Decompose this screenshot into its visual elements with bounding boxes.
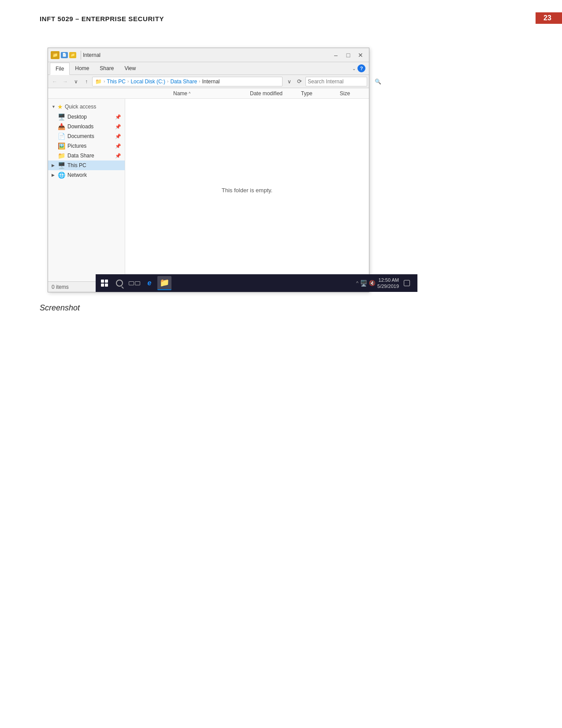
- battery-icon: 🔇: [369, 280, 376, 286]
- ribbon-collapse-icon[interactable]: ⌄: [352, 66, 356, 71]
- path-separator-2: ›: [127, 79, 129, 84]
- tab-share[interactable]: Share: [94, 62, 119, 75]
- sort-arrow: ^: [189, 91, 190, 96]
- title-bar: 📁 📄 📁 Internal – □ ✕: [48, 48, 369, 62]
- help-button[interactable]: ?: [357, 64, 365, 72]
- downloads-icon: 📥: [58, 123, 65, 130]
- quick-access-label: Quick access: [65, 104, 96, 110]
- taskbar-search-button[interactable]: [112, 276, 127, 290]
- search-box[interactable]: 🔍: [305, 77, 367, 86]
- path-localdisk[interactable]: Local Disk (C:): [130, 78, 165, 85]
- clock-date: 5/29/2019: [377, 283, 399, 289]
- explorer-window: 📁 📄 📁 Internal – □ ✕ File Home: [48, 48, 369, 292]
- start-button[interactable]: [97, 276, 112, 290]
- file-area: This folder is empty.: [125, 99, 369, 281]
- path-separator-4: ›: [199, 79, 200, 84]
- taskbar-ie-button[interactable]: e: [142, 276, 156, 290]
- notification-icon: [404, 280, 410, 286]
- ribbon: File Home Share View ⌄ ?: [48, 62, 369, 75]
- sidebar-item-datashare[interactable]: 📁 Data Share 📌: [48, 151, 125, 161]
- col-header-size[interactable]: Size: [336, 88, 369, 98]
- sidebar-item-downloads[interactable]: 📥 Downloads 📌: [48, 122, 125, 131]
- taskbar: e 📁 ^ 🖥️ 🔇 12:50 AM 5/29/2019: [96, 274, 417, 292]
- explorer-icon: 📁: [160, 278, 169, 287]
- taskbar-explorer-button[interactable]: 📁: [157, 276, 171, 290]
- thispc-icon: 🖥️: [58, 162, 65, 169]
- downloads-label: Downloads: [67, 123, 93, 130]
- refresh-button[interactable]: ⟳: [295, 77, 304, 86]
- tray-caret[interactable]: ^: [356, 280, 358, 286]
- path-internal: Internal: [202, 78, 220, 85]
- path-datashare[interactable]: Data Share: [170, 78, 197, 85]
- dropdown-button[interactable]: ∨: [71, 77, 81, 86]
- ie-icon: e: [148, 279, 152, 287]
- notification-button[interactable]: [401, 276, 413, 290]
- address-path[interactable]: 📁 › This PC › Local Disk (C:) › Data Sha…: [92, 77, 283, 86]
- network-tray-icon: 🖥️: [360, 280, 367, 287]
- clock-time: 12:50 AM: [377, 277, 399, 283]
- network-icon: 🌐: [58, 172, 65, 179]
- taskview-icon: [129, 281, 140, 285]
- forward-button[interactable]: →: [60, 77, 70, 86]
- quick-access-star-icon: ★: [57, 103, 63, 110]
- close-button[interactable]: ✕: [355, 50, 366, 60]
- taskbar-search-icon: [116, 280, 123, 287]
- page-title: INFT 5029 – ENTERPRISE SECURITY: [40, 15, 164, 22]
- quick-access-arrow: ▼: [52, 105, 56, 109]
- content-area: ▼ ★ Quick access 🖥️ Desktop 📌 📥 Download…: [48, 99, 369, 281]
- sidebar-item-thispc[interactable]: ▶ 🖥️ This PC: [48, 161, 125, 170]
- pictures-pin-icon: 📌: [115, 143, 121, 149]
- sidebar-item-desktop[interactable]: 🖥️ Desktop 📌: [48, 112, 125, 122]
- sidebar: ▼ ★ Quick access 🖥️ Desktop 📌 📥 Download…: [48, 99, 125, 281]
- search-input[interactable]: [308, 78, 374, 85]
- col-header-name[interactable]: Name ^: [171, 88, 246, 98]
- address-bar: ← → ∨ ↑ 📁 › This PC › Local Disk (C:) › …: [48, 75, 369, 88]
- thispc-label: This PC: [67, 162, 86, 168]
- screenshot-label: Screenshot: [40, 303, 80, 313]
- documents-pin-icon: 📌: [115, 134, 121, 139]
- pictures-icon: 🖼️: [58, 142, 65, 149]
- sidebar-item-network[interactable]: ▶ 🌐 Network: [48, 170, 125, 180]
- page-number-badge: 23: [536, 12, 562, 24]
- documents-icon: 📄: [58, 133, 65, 140]
- desktop-icon: 🖥️: [58, 113, 65, 120]
- minimize-button[interactable]: –: [330, 50, 342, 60]
- search-icon[interactable]: 🔍: [375, 78, 381, 85]
- path-thispc[interactable]: This PC: [107, 78, 126, 85]
- datashare-label: Data Share: [67, 153, 94, 159]
- col-header-date[interactable]: Date modified: [246, 88, 298, 98]
- maximize-button[interactable]: □: [342, 50, 354, 60]
- sidebar-item-documents[interactable]: 📄 Documents 📌: [48, 131, 125, 141]
- title-folder-icon1: 📁: [51, 51, 60, 59]
- back-button[interactable]: ←: [50, 77, 60, 86]
- desktop-pin-icon: 📌: [115, 114, 121, 120]
- system-clock: 12:50 AM 5/29/2019: [377, 277, 399, 290]
- path-dropdown-btn[interactable]: ∨: [284, 77, 294, 86]
- window-title: Internal: [83, 52, 330, 58]
- datashare-pin-icon: 📌: [115, 153, 121, 159]
- taskbar-taskview-button[interactable]: [127, 276, 141, 290]
- title-bar-separator: [81, 51, 81, 60]
- downloads-pin-icon: 📌: [115, 124, 121, 130]
- start-icon: [101, 280, 108, 287]
- up-button[interactable]: ↑: [82, 77, 91, 86]
- thispc-arrow: ▶: [52, 163, 55, 168]
- title-folder-icon3: 📁: [69, 52, 76, 58]
- datashare-icon: 📁: [58, 152, 65, 159]
- sidebar-item-pictures[interactable]: 🖼️ Pictures 📌: [48, 141, 125, 151]
- col-header-type[interactable]: Type: [298, 88, 336, 98]
- path-separator-3: ›: [167, 79, 168, 84]
- quick-access-header[interactable]: ▼ ★ Quick access: [48, 101, 125, 112]
- network-label: Network: [67, 172, 87, 178]
- system-tray: ^ 🖥️ 🔇 12:50 AM 5/29/2019: [354, 276, 416, 290]
- ribbon-right-controls: ⌄ ?: [352, 64, 367, 72]
- tab-file[interactable]: File: [50, 63, 70, 75]
- tab-home[interactable]: Home: [70, 62, 94, 75]
- empty-folder-message: This folder is empty.: [222, 187, 272, 194]
- path-separator-1: ›: [104, 79, 105, 84]
- pictures-label: Pictures: [67, 143, 86, 149]
- title-folder-icon2: 📄: [61, 52, 68, 58]
- documents-label: Documents: [67, 133, 94, 139]
- items-count: 0 items: [52, 284, 69, 290]
- tab-view[interactable]: View: [119, 62, 141, 75]
